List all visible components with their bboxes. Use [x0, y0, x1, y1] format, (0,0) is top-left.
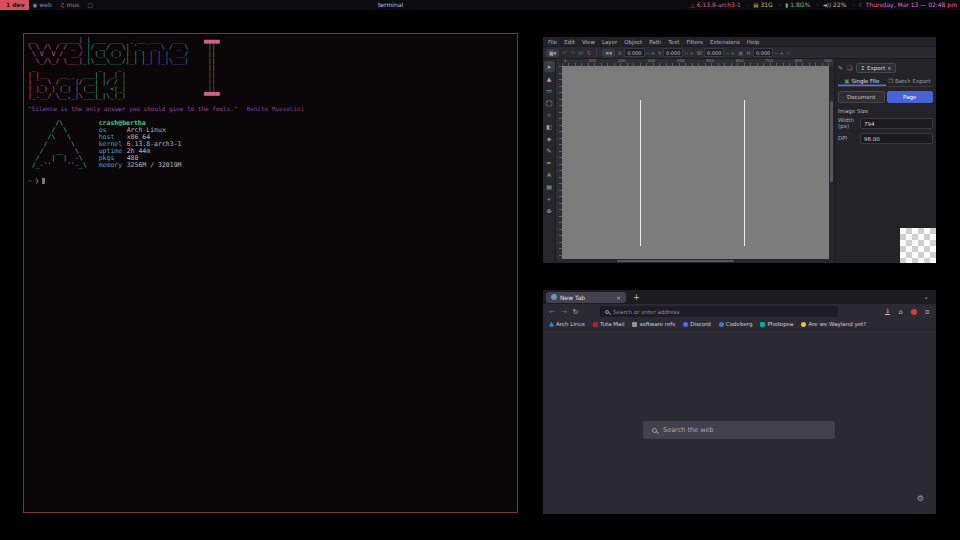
- pencil-tool[interactable]: ✎: [544, 145, 555, 156]
- terminal-window[interactable]: __ _____| | ___ ___ _ __ ___ ___\ \ /\ /…: [23, 33, 518, 513]
- height-spinner[interactable]: H: 0.000 − +: [746, 48, 783, 57]
- flip-horizontal-icon[interactable]: ⇄: [578, 49, 583, 56]
- coordinate-spinner[interactable]: W: 0.000 − +: [697, 48, 735, 57]
- menu-item[interactable]: Filters: [686, 39, 703, 45]
- scope-button[interactable]: Page: [887, 91, 934, 103]
- scrollbar-thumb[interactable]: [617, 260, 734, 262]
- bookmark-item[interactable]: software refs: [632, 321, 675, 327]
- menu-item[interactable]: Object: [624, 39, 642, 45]
- export-mode-tab[interactable]: ❒ Batch Export: [886, 76, 934, 86]
- rotate-ccw-icon[interactable]: ↶: [562, 49, 567, 56]
- layers-dialog-icon[interactable]: ❏: [847, 64, 852, 71]
- objects-dialog-icon[interactable]: ✎: [838, 64, 843, 71]
- spinner-value[interactable]: 0.000: [624, 48, 644, 57]
- menu-item[interactable]: Extensions: [710, 39, 740, 45]
- pen-tool[interactable]: ✒: [544, 157, 555, 168]
- menu-item[interactable]: Path: [649, 39, 661, 45]
- spinner-value[interactable]: 0.000: [704, 48, 724, 57]
- spinner-label: X:: [618, 50, 623, 56]
- tool-icon: ◯: [546, 99, 553, 106]
- flip-vertical-icon[interactable]: ⇅: [586, 49, 591, 56]
- scope-button[interactable]: Document: [838, 91, 885, 103]
- welcome-banner: __ _____| | ___ ___ _ __ ___ ___\ \ /\ /…: [28, 37, 513, 101]
- module-text: 22%: [833, 0, 846, 10]
- spinner-decrease[interactable]: −: [646, 50, 650, 56]
- reload-icon[interactable]: ↻: [573, 308, 578, 316]
- back-icon[interactable]: ←: [549, 308, 555, 316]
- menu-item[interactable]: File: [548, 39, 557, 45]
- export-dialog-tab[interactable]: ↥ Export ×: [856, 63, 895, 73]
- menu-item[interactable]: Help: [747, 39, 760, 45]
- spinner-increase[interactable]: +: [731, 50, 735, 56]
- snap-toggle-icon[interactable]: ⌗: [787, 49, 790, 57]
- bookmark-item[interactable]: Discord: [683, 321, 711, 327]
- dpi-field-row: DPI 96.00: [838, 133, 933, 144]
- rect-tool[interactable]: ▭: [544, 85, 555, 96]
- export-mode-tab[interactable]: ▣ Single File: [838, 76, 886, 86]
- workspace-4[interactable]: □: [84, 0, 99, 10]
- width-field-row: Width (px) 794: [838, 117, 933, 130]
- page-border-left: [640, 100, 641, 246]
- horizontal-scrollbar[interactable]: [556, 259, 834, 263]
- coordinate-spinner[interactable]: Y: 0.000 − +: [658, 48, 694, 57]
- workspace-dev[interactable]: 1 dev: [0, 0, 29, 10]
- width-input[interactable]: 794: [860, 118, 933, 129]
- spinner-increase[interactable]: +: [651, 50, 655, 56]
- text-tool[interactable]: A: [544, 169, 555, 180]
- spinner-decrease[interactable]: −: [684, 50, 688, 56]
- spiral-tool[interactable]: ◈: [544, 133, 555, 144]
- node-tool[interactable]: ▲: [544, 73, 555, 84]
- star-tool[interactable]: ☆: [544, 109, 555, 120]
- lock-ratio-icon[interactable]: ▣: [738, 49, 744, 56]
- workspace-web[interactable]: ◉ web: [29, 0, 56, 10]
- menu-item[interactable]: Text: [668, 39, 679, 45]
- forward-icon[interactable]: →: [561, 308, 567, 316]
- zoom-tool[interactable]: ⊕: [544, 205, 555, 216]
- module-separator: ‹: [779, 0, 781, 10]
- rotate-cw-icon[interactable]: ↷: [570, 49, 575, 56]
- spinner-increase[interactable]: +: [690, 50, 694, 56]
- drawing-canvas[interactable]: [562, 66, 829, 259]
- bookmark-item[interactable]: Tuta Mail: [593, 321, 624, 327]
- bookmark-item[interactable]: Codeberg: [719, 321, 753, 327]
- spinner-decrease[interactable]: −: [725, 50, 729, 56]
- menu-icon[interactable]: ≡: [925, 308, 930, 316]
- tab-new-tab[interactable]: New Tab ×: [546, 292, 626, 303]
- ruler-number: 200: [618, 59, 626, 63]
- spinner-value[interactable]: 0.000: [753, 48, 773, 57]
- box3d-tool[interactable]: ◧: [544, 121, 555, 132]
- close-tab-icon[interactable]: ×: [616, 294, 621, 301]
- spinner-decrease[interactable]: −: [774, 50, 778, 56]
- bookmark-item[interactable]: Photopea: [760, 321, 793, 327]
- coordinate-spinner[interactable]: X: 0.000 − +: [618, 48, 655, 57]
- downloads-icon[interactable]: ↓: [885, 308, 890, 315]
- fetch-label: memory: [99, 162, 127, 169]
- menu-item[interactable]: View: [582, 39, 595, 45]
- module-icon: ◄)): [823, 0, 832, 10]
- fetch-rows: os Arch Linux host x86_64 kernel 6.13.8-…: [99, 127, 182, 169]
- selection-mode-dropdown[interactable]: ▦▾: [546, 49, 559, 57]
- ellipse-tool[interactable]: ◯: [544, 97, 555, 108]
- ublock-extension-icon[interactable]: [911, 309, 917, 315]
- bookmark-item[interactable]: Are we Wayland yet?: [801, 321, 866, 327]
- dropper-tool[interactable]: ⌖: [544, 193, 555, 204]
- scrollbar-thumb[interactable]: [830, 101, 833, 182]
- selector-tool[interactable]: ➤: [544, 61, 555, 72]
- align-dropdown[interactable]: ≡▾: [602, 49, 615, 57]
- workspace-mus[interactable]: ♫ mus: [56, 0, 84, 10]
- gradient-tool[interactable]: ▤: [544, 181, 555, 192]
- spinner-increase[interactable]: +: [779, 50, 783, 56]
- url-bar[interactable]: Search or enter address: [600, 306, 838, 317]
- personalize-gear-icon[interactable]: ⚙: [917, 494, 924, 503]
- menu-item[interactable]: Edit: [564, 39, 575, 45]
- web-search-box[interactable]: Search the web: [643, 421, 835, 439]
- spinner-value[interactable]: 0.000: [663, 48, 683, 57]
- close-icon[interactable]: ×: [887, 65, 892, 71]
- bookmark-item[interactable]: Arch Linux: [549, 321, 585, 327]
- dpi-input[interactable]: 96.00: [860, 133, 933, 144]
- list-tabs-chevron-icon[interactable]: ⌄: [923, 293, 929, 301]
- home-icon[interactable]: ⌂: [898, 308, 902, 316]
- new-tab-button[interactable]: +: [633, 293, 640, 302]
- menu-item[interactable]: Layer: [602, 39, 617, 45]
- shell-prompt[interactable]: ~ ❯: [28, 177, 513, 185]
